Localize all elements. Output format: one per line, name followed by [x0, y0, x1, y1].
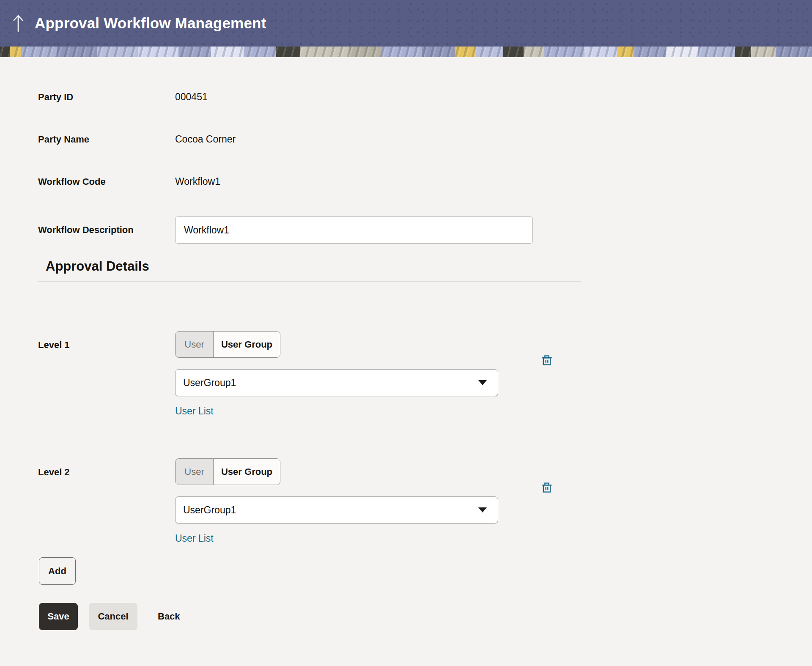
- party-name-value: Cocoa Corner: [175, 134, 581, 145]
- workflow-code-label: Workflow Code: [38, 176, 175, 187]
- party-name-label: Party Name: [38, 134, 175, 145]
- workflow-code-row: Workflow Code Workflow1: [38, 176, 581, 187]
- party-id-label: Party ID: [38, 92, 175, 103]
- party-id-value: 000451: [175, 91, 581, 103]
- level-2-user-list-link[interactable]: User List: [175, 533, 214, 544]
- level-2-user-group-select[interactable]: UserGroup1: [175, 496, 498, 523]
- level-2-controls: User User Group UserGroup1 User List: [175, 458, 498, 544]
- chevron-down-icon: [478, 380, 487, 385]
- party-id-row: Party ID 000451: [38, 91, 581, 103]
- trash-icon: [541, 482, 553, 493]
- trash-icon: [541, 354, 553, 366]
- workflow-description-input[interactable]: [175, 217, 533, 244]
- level-1-label: Level 1: [38, 331, 175, 351]
- app-header: Approval Workflow Management: [0, 0, 812, 47]
- level-1-toggle-user[interactable]: User: [176, 332, 214, 357]
- save-button[interactable]: Save: [39, 603, 78, 630]
- level-1-user-group-select-value: UserGroup1: [183, 377, 478, 389]
- cancel-button[interactable]: Cancel: [89, 603, 137, 630]
- approval-details-heading: Approval Details: [46, 259, 581, 274]
- page-title: Approval Workflow Management: [35, 15, 266, 32]
- workflow-description-row: Workflow Description: [38, 217, 581, 244]
- level-2-delete-button[interactable]: [540, 481, 553, 494]
- level-2-label: Level 2: [38, 458, 175, 478]
- workflow-description-label: Workflow Description: [38, 225, 175, 236]
- add-level-button[interactable]: Add: [39, 557, 76, 585]
- approval-level-row-2: Level 2 User User Group UserGroup1 User …: [38, 458, 581, 544]
- back-arrow-icon[interactable]: [11, 14, 25, 33]
- level-1-controls: User User Group UserGroup1 User List: [175, 331, 498, 417]
- back-button[interactable]: Back: [158, 603, 180, 630]
- decorative-pattern-strip: [0, 47, 812, 57]
- approval-level-row-1: Level 1 User User Group UserGroup1 User …: [38, 331, 581, 417]
- level-2-user-group-select-value: UserGroup1: [183, 504, 478, 516]
- level-1-user-group-select[interactable]: UserGroup1: [175, 369, 498, 396]
- footer-actions: Save Cancel Back: [38, 603, 581, 630]
- party-name-row: Party Name Cocoa Corner: [38, 134, 581, 145]
- level-2-user-type-toggle: User User Group: [175, 458, 280, 485]
- level-1-delete-button[interactable]: [540, 354, 553, 367]
- level-1-toggle-user-group[interactable]: User Group: [214, 332, 280, 357]
- level-1-user-type-toggle: User User Group: [175, 331, 280, 358]
- workflow-code-value: Workflow1: [175, 176, 581, 187]
- section-divider: [38, 281, 581, 282]
- level-2-toggle-user[interactable]: User: [176, 459, 214, 485]
- level-1-user-list-link[interactable]: User List: [175, 406, 214, 417]
- main-content: Party ID 000451 Party Name Cocoa Corner …: [0, 91, 619, 630]
- chevron-down-icon: [478, 507, 487, 513]
- level-2-toggle-user-group[interactable]: User Group: [214, 459, 280, 485]
